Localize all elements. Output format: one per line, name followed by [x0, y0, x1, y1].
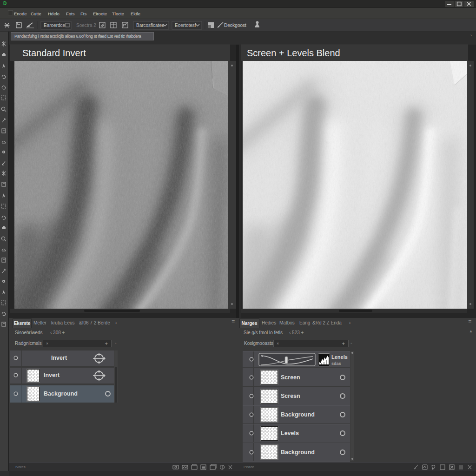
svg-text:Soectra 2: Soectra 2 [76, 23, 96, 28]
svg-text:Deokgoost: Deokgoost [224, 23, 246, 28]
svg-text:Eoertotesf: Eoertotesf [175, 23, 196, 28]
svg-text:Barcosficatee: Barcosficatee [136, 23, 165, 28]
svg-text:Earoerdce: Earoerdce [44, 23, 66, 28]
